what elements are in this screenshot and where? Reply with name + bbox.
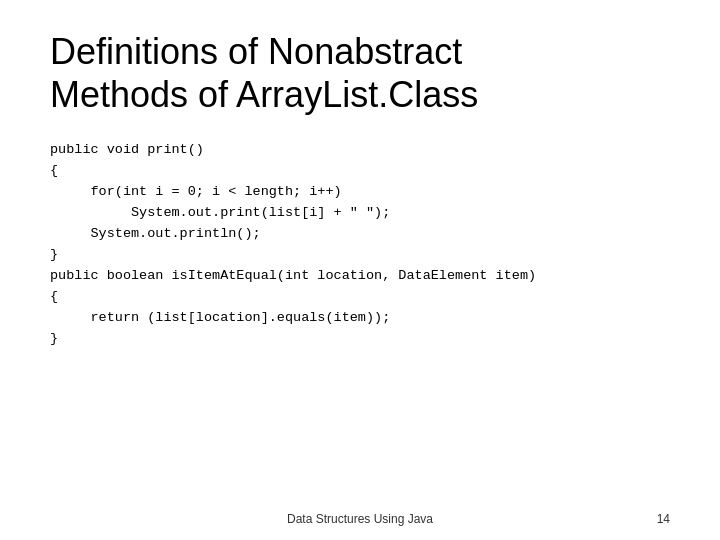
code-line-4: System.out.print(list[i] + " "); — [50, 203, 670, 224]
code-line-1: public void print() — [50, 140, 670, 161]
footer-text: Data Structures Using Java — [50, 512, 670, 526]
code-block: public void print() { for(int i = 0; i <… — [50, 140, 670, 510]
code-line-10: { — [50, 287, 670, 308]
code-line-3: for(int i = 0; i < length; i++) — [50, 182, 670, 203]
code-line-9: public boolean isItemAtEqual(int locatio… — [50, 266, 670, 287]
code-line-7: } — [50, 245, 670, 266]
code-line-12: } — [50, 329, 670, 350]
footer-page: 14 — [657, 512, 670, 526]
code-line-11: return (list[location].equals(item)); — [50, 308, 670, 329]
code-line-2: { — [50, 161, 670, 182]
code-line-6: System.out.println(); — [50, 224, 670, 245]
slide-container: Definitions of Nonabstract Methods of Ar… — [0, 0, 720, 540]
title-line1: Definitions of Nonabstract — [50, 31, 462, 72]
slide-title: Definitions of Nonabstract Methods of Ar… — [50, 30, 670, 116]
footer: Data Structures Using Java 14 — [0, 512, 720, 526]
title-line2: Methods of ArrayList.Class — [50, 74, 478, 115]
